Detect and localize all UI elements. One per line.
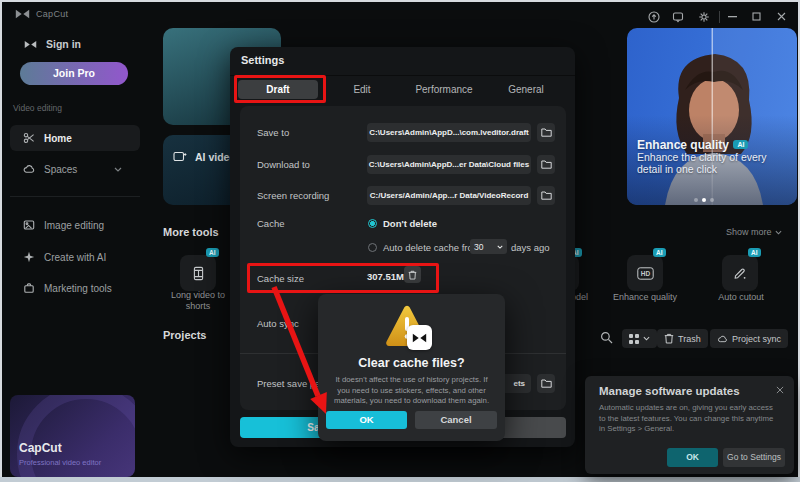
chevron-down-icon (643, 336, 650, 341)
tool-label: Enhance quality (610, 292, 680, 303)
image-icon (23, 219, 35, 231)
promo-subtitle: Professional video editor (19, 458, 101, 467)
film-icon (180, 255, 216, 291)
tool-label: Long video to shorts (164, 290, 232, 312)
more-tools-heading: More tools (163, 226, 219, 238)
maximize-icon[interactable] (752, 12, 761, 21)
app-title: CapCut (36, 9, 68, 19)
sidebar-item-label: Image editing (44, 220, 104, 231)
sparkle-icon (23, 251, 35, 263)
banner-subtitle: Enhance the clarity of every detail in o… (637, 151, 787, 175)
sidebar-item-label: Create with AI (44, 252, 106, 263)
ai-badge: AI (206, 248, 219, 257)
dot-active[interactable] (702, 198, 706, 202)
tool-long-video-to-shorts[interactable] (180, 255, 216, 291)
annotation-box-draft-tab (234, 75, 326, 103)
sidebar-item-create-with-ai[interactable]: Create with AI (10, 244, 140, 270)
radio-auto-delete[interactable] (368, 243, 377, 252)
scissors-icon (23, 132, 35, 144)
folder-browse-button[interactable] (537, 155, 555, 174)
auto-sync-label: Auto sync (257, 314, 299, 333)
toast-title: Manage software updates (599, 385, 740, 397)
toast-go-to-settings-button[interactable]: Go to Settings (723, 448, 785, 467)
radio-dont-delete[interactable] (368, 219, 377, 228)
toast-body: Automatic updates are on, giving you ear… (599, 403, 779, 435)
window-bottom-edge (0, 477, 800, 482)
days-ago-label: days ago (511, 242, 550, 253)
show-more-label: Show more (726, 227, 772, 237)
search-icon[interactable] (600, 331, 613, 344)
trash-icon (664, 333, 674, 344)
cloud-icon (23, 163, 35, 175)
ai-badge: AI (748, 248, 761, 257)
minimize-icon[interactable] (728, 16, 737, 18)
sidebar-item-marketing-tools[interactable]: Marketing tools (10, 275, 140, 301)
dot[interactable] (694, 198, 698, 202)
grid-icon (629, 334, 639, 344)
tab-performance[interactable]: Performance (404, 80, 484, 99)
projects-heading: Projects (163, 329, 206, 341)
download-to-field[interactable]: C:\Users\Admin\AppD...er Data\Cloud file… (367, 155, 531, 174)
toast-close-icon[interactable] (776, 386, 784, 394)
tool-label: Auto cutout (712, 292, 770, 303)
folder-browse-button[interactable] (537, 186, 555, 205)
view-mode-button[interactable] (622, 329, 657, 348)
chevron-down-icon (497, 245, 503, 249)
upload-icon[interactable] (648, 11, 660, 23)
confirm-cancel-button[interactable]: Cancel (415, 411, 497, 429)
sidebar-item-label: Spaces (44, 164, 77, 175)
tab-general[interactable]: General (486, 80, 566, 99)
close-icon[interactable] (777, 12, 786, 21)
download-to-label: Download to (257, 155, 310, 174)
toast-ok-button[interactable]: OK (667, 448, 718, 467)
annotation-box-cache-size (247, 263, 439, 293)
banner-title: Enhance quality (637, 138, 729, 152)
screen-recording-label: Screen recording (257, 186, 329, 205)
cloud-sync-icon (717, 334, 728, 344)
confirm-title: Clear cache files? (318, 356, 505, 370)
sign-in-button[interactable]: Sign in (24, 38, 81, 50)
folder-icon (541, 128, 552, 137)
project-sync-button[interactable]: Project sync (710, 329, 788, 348)
hd-icon: HD (637, 267, 654, 280)
capcut-logo-icon (15, 9, 30, 19)
dot[interactable] (710, 198, 714, 202)
screen-recording-field[interactable]: C:/Users/Admin/App...r Data/VideoRecord (367, 186, 531, 205)
clear-cache-confirm-dialog: Clear cache files? It doesn't affect the… (318, 294, 505, 441)
cache-days-dropdown[interactable]: 30 (470, 239, 507, 254)
carousel-dots[interactable] (692, 188, 716, 205)
capcut-logo-badge (407, 325, 432, 350)
feedback-icon[interactable] (672, 11, 684, 23)
sidebar-item-spaces[interactable]: Spaces (10, 156, 140, 182)
cache-days-value: 30 (474, 242, 483, 252)
folder-icon (541, 191, 552, 200)
settings-dialog-title: Settings (241, 54, 284, 66)
show-more-button[interactable]: Show more (726, 227, 782, 237)
confirm-body: It doesn't affect the use of history pro… (329, 375, 494, 407)
tool-enhance-quality[interactable]: HD (627, 255, 663, 291)
enhance-quality-banner[interactable]: Enhance quality AI Enhance the clarity o… (627, 28, 797, 205)
trash-label: Trash (678, 334, 701, 344)
sidebar-item-home[interactable]: Home (10, 125, 140, 151)
join-pro-button[interactable]: Join Pro (20, 62, 128, 85)
tool-auto-cutout[interactable] (722, 255, 758, 291)
pen-icon (733, 266, 747, 280)
section-video-editing: Video editing (13, 103, 62, 113)
sidebar-item-label: Home (44, 133, 72, 144)
sidebar-divider (10, 196, 140, 197)
save-to-field[interactable]: C:\Users\Admin\AppD...\com.lveditor.draf… (367, 123, 531, 142)
chevron-down-icon (775, 230, 782, 235)
sidebar-item-label: Marketing tools (44, 283, 112, 294)
confirm-ok-button[interactable]: OK (326, 411, 407, 429)
cache-label: Cache (257, 214, 284, 233)
trash-button[interactable]: Trash (657, 329, 708, 348)
update-toast: Manage software updates Automatic update… (585, 376, 794, 474)
sidebar-item-image-editing[interactable]: Image editing (10, 212, 140, 238)
ai-badge: AI (653, 248, 666, 257)
settings-gear-icon[interactable] (698, 11, 710, 23)
folder-browse-button[interactable] (537, 374, 555, 393)
folder-browse-button[interactable] (537, 123, 555, 142)
tab-edit[interactable]: Edit (322, 80, 402, 99)
radio-dont-delete-label: Don't delete (383, 218, 437, 229)
folder-icon (541, 160, 552, 169)
